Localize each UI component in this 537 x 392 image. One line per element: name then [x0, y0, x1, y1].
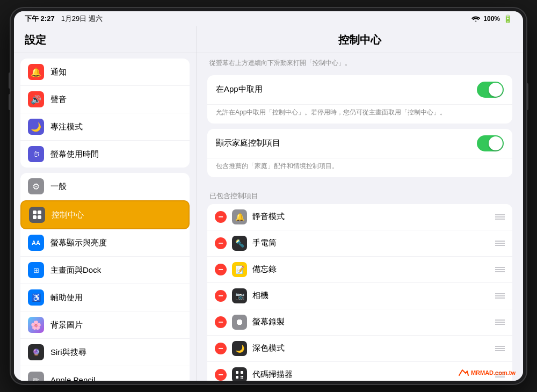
svg-rect-1 [38, 210, 41, 214]
control-notes[interactable]: 📝 備忘錄 [207, 257, 512, 283]
status-date: 1月29日 週六 [61, 14, 103, 24]
sound-icon: 🔊 [28, 91, 44, 107]
drag-notes[interactable] [495, 267, 505, 272]
side-button-left2 [9, 94, 11, 110]
drag-silent[interactable] [495, 214, 505, 220]
minus-silent[interactable] [215, 211, 227, 223]
status-bar: 下午 2:27 1月29日 週六 100% 🔋 [14, 11, 523, 26]
minus-notes[interactable] [215, 264, 227, 275]
control-flashlight[interactable]: 🔦 手電筒 [207, 230, 512, 257]
minus-camera[interactable] [215, 290, 227, 302]
status-time: 下午 2:27 [25, 14, 55, 24]
side-button-right [526, 83, 528, 110]
sidebar-label-accessibility: 輔助使用 [50, 293, 182, 303]
control-screenrecord[interactable]: ⏺ 螢幕錄製 [207, 309, 512, 336]
device-frame: 下午 2:27 1月29日 週六 100% 🔋 設定 [11, 8, 526, 384]
svg-rect-8 [242, 376, 243, 377]
wallpaper-icon: 🌸 [28, 317, 44, 333]
control-label-flashlight: 手電筒 [252, 238, 495, 248]
control-silent[interactable]: 🔔 靜音模式 [207, 204, 512, 230]
focus-icon: 🌙 [28, 119, 44, 135]
included-section-label: 已包含控制項目 [207, 183, 512, 204]
battery-icon: 🔋 [503, 14, 512, 23]
sidebar-label-display: 螢幕顯示與亮度 [50, 238, 182, 248]
sidebar-section-2: ⚙ 一般 控 [20, 173, 190, 381]
drag-screenrecord[interactable] [495, 320, 505, 325]
sidebar-label-general: 一般 [50, 182, 182, 192]
drag-camera[interactable] [495, 293, 505, 299]
detail-header: 控制中心 [197, 26, 523, 53]
notification-icon: 🔔 [28, 64, 44, 80]
sidebar-item-controlcenter[interactable]: 控制中心 [20, 200, 190, 229]
inapp-toggle[interactable] [477, 82, 504, 98]
homecontrols-row[interactable]: 顯示家庭控制項目 [207, 129, 512, 158]
detail-title: 控制中心 [338, 34, 381, 46]
control-camera[interactable]: 📷 相機 [207, 283, 512, 309]
control-label-screenrecord: 螢幕錄製 [252, 317, 495, 327]
minus-darkmode[interactable] [215, 343, 227, 354]
screen: 下午 2:27 1月29日 週六 100% 🔋 設定 [14, 11, 523, 381]
sidebar-item-wallpaper[interactable]: 🌸 背景圖片 [20, 311, 190, 339]
sidebar: 設定 🔔 通知 🔊 聲音 🌙 [14, 26, 197, 381]
screenrecord-icon: ⏺ [232, 315, 247, 330]
codescanner-icon [232, 367, 247, 381]
svg-rect-3 [38, 215, 41, 219]
sidebar-label-homescreen: 主畫面與Dock [50, 265, 182, 275]
sidebar-item-applepencil[interactable]: ✏ Apple Pencil [20, 366, 190, 381]
svg-rect-9 [241, 378, 242, 379]
sidebar-item-notification[interactable]: 🔔 通知 [20, 59, 190, 86]
control-label-darkmode: 深色模式 [252, 343, 495, 353]
main-content: 設定 🔔 通知 🔊 聲音 🌙 [14, 26, 523, 381]
accessibility-icon: ♿ [28, 289, 44, 306]
sidebar-label-screentime: 螢幕使用時間 [50, 149, 182, 159]
applepencil-icon: ✏ [28, 372, 44, 381]
sidebar-item-homescreen[interactable]: ⊞ 主畫面與Dock [20, 257, 190, 284]
sidebar-label-wallpaper: 背景圖片 [50, 320, 182, 330]
darkmode-icon: 🌙 [232, 341, 247, 356]
sidebar-list[interactable]: 🔔 通知 🔊 聲音 🌙 專注模式 ⏱ 螢幕 [14, 53, 196, 381]
control-label-notes: 備忘錄 [252, 264, 495, 274]
homecontrols-label: 顯示家庭控制項目 [216, 138, 477, 148]
sidebar-item-display[interactable]: AA 螢幕顯示與亮度 [20, 229, 190, 257]
settings-section-inapp: 在App中取用 允許在App中取用「控制中心」。若停用時，您仍可從主畫面取用「控… [207, 75, 512, 124]
watermark-text: MRMAD.com.tw [471, 369, 516, 376]
svg-rect-6 [236, 376, 238, 379]
sidebar-item-siri[interactable]: 🔮 Siri與搜尋 [20, 339, 190, 366]
sidebar-item-screentime[interactable]: ⏱ 螢幕使用時間 [20, 141, 190, 168]
homecontrols-toggle[interactable] [477, 135, 504, 151]
side-button-left1 [9, 72, 11, 89]
sidebar-item-sound[interactable]: 🔊 聲音 [20, 86, 190, 113]
drag-flashlight[interactable] [495, 241, 505, 246]
controls-section: 🔔 靜音模式 🔦 手電筒 [207, 204, 512, 381]
sidebar-item-accessibility[interactable]: ♿ 輔助使用 [20, 284, 190, 311]
drag-darkmode[interactable] [495, 346, 505, 351]
minus-screenrecord[interactable] [215, 316, 227, 328]
sidebar-item-focus[interactable]: 🌙 專注模式 [20, 113, 190, 141]
sidebar-label-applepencil: Apple Pencil [50, 375, 182, 381]
control-darkmode[interactable]: 🌙 深色模式 [207, 336, 512, 362]
homescreen-icon: ⊞ [28, 262, 44, 278]
inapp-label: 在App中取用 [216, 84, 477, 95]
flashlight-icon: 🔦 [232, 236, 247, 251]
detail-body: 從螢幕右上方連續向下滑動來打開「控制中心」。 在App中取用 允許在App中取用… [197, 53, 523, 381]
watermark: MRMAD.com.tw [458, 369, 516, 376]
svg-rect-5 [241, 371, 243, 374]
detail-pane: 控制中心 從螢幕右上方連續向下滑動來打開「控制中心」。 在App中取用 允許在A… [197, 26, 523, 381]
screentime-icon: ⏱ [28, 146, 44, 162]
silent-icon: 🔔 [232, 209, 247, 224]
sidebar-label-notification: 通知 [50, 67, 182, 77]
inapp-row[interactable]: 在App中取用 [207, 75, 512, 105]
sidebar-item-general[interactable]: ⚙ 一般 [20, 173, 190, 200]
sidebar-label-controlcenter: 控制中心 [52, 210, 181, 220]
minus-flashlight[interactable] [215, 237, 227, 249]
svg-rect-7 [241, 376, 242, 377]
control-label-silent: 靜音模式 [252, 212, 495, 222]
svg-rect-0 [33, 210, 37, 214]
minus-codescanner[interactable] [215, 369, 227, 381]
controlcenter-icon [29, 207, 45, 223]
inapp-hint: 允許在App中取用「控制中心」。若停用時，您仍可從主畫面取用「控制中心」。 [207, 105, 512, 124]
svg-rect-2 [33, 215, 37, 219]
detail-hint: 從螢幕右上方連續向下滑動來打開「控制中心」。 [207, 53, 512, 75]
settings-section-homecontrols: 顯示家庭控制項目 包含推薦的「家庭」配件和情境控制項目。 [207, 129, 512, 177]
homecontrols-hint: 包含推薦的「家庭」配件和情境控制項目。 [207, 158, 512, 177]
